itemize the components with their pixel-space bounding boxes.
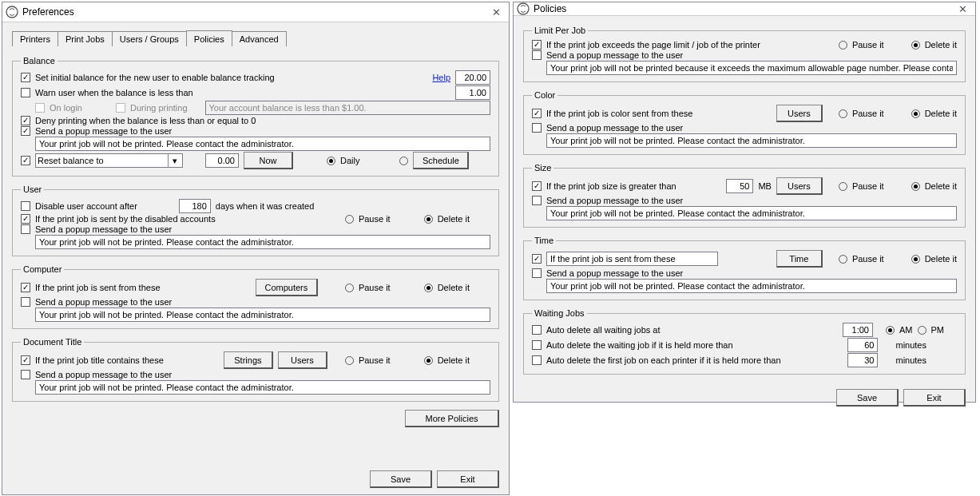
button-schedule[interactable]: Schedule [413,152,469,169]
preferences-window: Preferences ✕ Printers Print Jobs Users … [2,2,510,495]
button-size-users[interactable]: Users [776,177,823,195]
computer-group: Computer If the print job is sent from t… [12,264,499,329]
radio-doc-delete[interactable] [424,356,433,365]
radio-daily[interactable] [327,157,335,165]
cb-doc-cond[interactable] [21,355,30,365]
radio-computer-delete[interactable] [424,284,433,292]
input-computer-popup-msg[interactable] [35,308,490,322]
tab-print-jobs[interactable]: Print Jobs [58,31,113,46]
label-time-pause: Pause it [852,254,884,264]
button-prefs-save[interactable]: Save [370,470,432,488]
cb-reset-balance[interactable] [21,156,30,165]
input-size-popup-msg[interactable] [546,206,957,220]
label-during-printing: During printing [130,103,188,113]
cb-limit-cond[interactable] [532,40,542,50]
user-group: User Disable user account after days whe… [12,185,499,256]
input-reset-value[interactable] [205,153,239,168]
button-computers[interactable]: Computers [256,279,318,296]
tab-users-groups[interactable]: Users / Groups [112,31,187,46]
cb-color-popup[interactable] [532,123,542,133]
button-more-policies[interactable]: More Policies [405,410,499,427]
button-time[interactable]: Time [776,250,823,268]
label-autodel-held: Auto delete the waiting job if it is hel… [546,340,733,350]
input-time-cond[interactable] [546,252,718,266]
label-time-popup: Send a popup message to the user [546,268,683,278]
tab-advanced[interactable]: Advanced [232,31,287,46]
input-limit-popup-msg[interactable] [546,61,957,75]
input-warn-message [205,101,490,115]
cb-color-cond[interactable] [532,109,542,118]
label-color-delete: Delete it [925,109,957,118]
input-first-val[interactable] [847,353,878,367]
radio-size-pause[interactable] [839,182,847,191]
input-user-popup-msg[interactable] [35,235,490,249]
radio-user-pause[interactable] [345,215,354,224]
input-color-popup-msg[interactable] [546,133,957,148]
radio-limit-delete[interactable] [911,41,920,50]
radio-user-delete[interactable] [424,215,433,224]
cb-size-popup[interactable] [532,196,542,205]
input-doc-popup-msg[interactable] [35,380,490,395]
cb-disable-user[interactable] [21,201,30,211]
tab-printers[interactable]: Printers [12,31,58,46]
select-reset-balance[interactable]: Reset balance to ▾ [35,153,183,168]
button-prefs-exit[interactable]: Exit [437,470,499,488]
cb-deny-printing[interactable] [21,116,30,125]
radio-time-pause[interactable] [839,255,847,264]
cb-time-cond[interactable] [532,254,542,264]
cb-limit-popup[interactable] [532,50,542,60]
cb-user-popup[interactable] [21,224,30,234]
cb-user-disabled-accounts[interactable] [21,214,30,224]
label-disable-user: Disable user account after [35,201,137,211]
radio-time-delete[interactable] [911,255,920,264]
cb-time-popup[interactable] [532,268,542,278]
input-size-val[interactable] [726,179,753,193]
input-autodel-time[interactable] [843,323,873,337]
radio-computer-pause[interactable] [345,284,354,292]
button-color-users[interactable]: Users [776,105,823,122]
input-time-popup-msg[interactable] [546,279,957,293]
cb-doc-popup[interactable] [21,370,30,379]
radio-size-delete[interactable] [911,182,920,191]
radio-limit-pause[interactable] [839,41,847,50]
cb-set-init-balance[interactable] [21,73,30,82]
size-group: Size If the print job size is greater th… [523,163,966,228]
label-size-pause: Pause it [852,181,884,191]
radio-am[interactable] [886,326,895,335]
button-pol-save[interactable]: Save [836,389,899,407]
cb-balance-popup[interactable] [21,126,30,136]
button-strings[interactable]: Strings [224,351,273,369]
cb-on-login[interactable] [35,103,45,113]
close-icon[interactable]: ✕ [955,3,970,15]
tab-policies[interactable]: Policies [186,30,232,46]
cb-during-printing[interactable] [116,103,125,113]
input-warn-value[interactable] [455,85,490,100]
input-balance-popup-msg[interactable] [35,137,490,151]
button-now[interactable]: Now [244,152,293,169]
radio-doc-pause[interactable] [345,356,354,365]
input-disable-days[interactable] [179,199,211,213]
button-users-doc[interactable]: Users [278,351,327,369]
radio-color-pause[interactable] [839,109,847,118]
radio-pm[interactable] [918,326,926,335]
label-on-login: On login [50,103,82,113]
cb-warn-balance[interactable] [21,88,30,97]
cb-size-cond[interactable] [532,181,542,191]
label-size-cond: If the print job size is greater than [546,181,676,191]
button-pol-exit[interactable]: Exit [903,389,966,407]
close-icon[interactable]: ✕ [489,6,504,18]
input-held-val[interactable] [847,338,878,352]
input-init-balance[interactable] [455,70,490,85]
cb-computer-cond[interactable] [21,283,30,292]
tabs-bar: Printers Print Jobs Users / Groups Polic… [2,22,509,46]
waiting-group: Waiting Jobs Auto delete all waiting job… [523,308,966,375]
radio-schedule[interactable] [399,157,408,165]
radio-color-delete[interactable] [911,109,920,118]
cb-autodel-at[interactable] [532,325,542,335]
label-pm: PM [931,325,945,335]
cb-autodel-held[interactable] [532,340,542,350]
cb-computer-popup[interactable] [21,297,30,307]
help-link[interactable]: Help [432,73,450,82]
doc-legend: Document Title [21,337,84,347]
cb-autodel-first[interactable] [532,355,542,365]
